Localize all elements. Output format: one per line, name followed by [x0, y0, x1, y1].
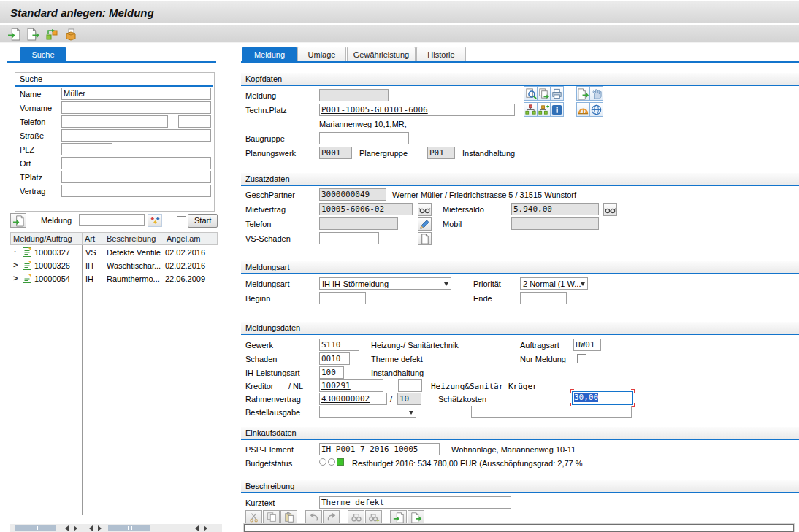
- find-icon[interactable]: [348, 510, 364, 524]
- technplatz-input[interactable]: P001-10005-GE0101-6006: [319, 104, 515, 116]
- gewerk-input[interactable]: S110: [319, 339, 359, 351]
- nurmeldung-checkbox[interactable]: [577, 354, 586, 363]
- scroll-right-arrow[interactable]: [96, 524, 105, 532]
- table-row-art[interactable]: IH: [85, 261, 93, 270]
- auftragsart-input[interactable]: HW01: [573, 339, 601, 351]
- kreditor-nl-input[interactable]: [398, 379, 422, 392]
- plz-input[interactable]: [61, 143, 112, 155]
- long-text-editor[interactable]: [244, 524, 794, 532]
- h-scrollbar-thumb[interactable]: [15, 525, 56, 531]
- beginn-input[interactable]: [319, 292, 366, 304]
- schaden-input[interactable]: 0010: [319, 352, 350, 365]
- schaetzkosten-value[interactable]: 30,00: [574, 393, 598, 402]
- column-header[interactable]: Angel.am: [164, 233, 217, 244]
- table-row-art[interactable]: IH: [85, 274, 93, 283]
- tab-meldung[interactable]: Meldung: [242, 47, 297, 62]
- kreditor-link[interactable]: 100291: [321, 381, 351, 390]
- telefon2-input[interactable]: [178, 115, 211, 128]
- table-row-id[interactable]: 10000326: [34, 261, 70, 270]
- blank-doc-icon[interactable]: [418, 232, 432, 245]
- table-row-id[interactable]: 10000327: [34, 248, 70, 257]
- vorname-input[interactable]: [61, 101, 211, 114]
- tplatz-input[interactable]: [61, 171, 211, 183]
- vertrag-input[interactable]: [61, 185, 211, 197]
- undo-icon[interactable]: [305, 510, 322, 524]
- strasse-input[interactable]: [61, 129, 211, 142]
- doc-import-icon[interactable]: [390, 510, 407, 524]
- vsschaden-input[interactable]: [319, 232, 379, 244]
- table-row-beschreibung[interactable]: Waschtischar...: [107, 261, 161, 270]
- doc-export-icon[interactable]: [576, 86, 590, 101]
- psp-input[interactable]: IH-P001-7-2016-10005: [319, 443, 440, 455]
- scroll-left-arrow[interactable]: [61, 524, 71, 532]
- find-next-icon[interactable]: [365, 510, 382, 524]
- technplatz-link[interactable]: P001-10005-GE0101-6006: [321, 105, 428, 115]
- bestellausgabe-text-input[interactable]: [471, 406, 632, 418]
- tree-expander[interactable]: ·: [14, 247, 17, 256]
- rahmenvertrag-label: Rahmenvertrag: [245, 395, 301, 404]
- prioritaet-select[interactable]: 2 Normal (1 W...: [520, 277, 588, 290]
- paste-icon[interactable]: [280, 510, 297, 524]
- tree-expander[interactable]: >: [13, 261, 18, 269]
- tab-suche[interactable]: Suche: [20, 47, 66, 62]
- name-input[interactable]: Müller: [61, 88, 211, 100]
- rahmenvertrag-link[interactable]: 4300000002: [321, 394, 370, 404]
- redo-icon[interactable]: [323, 510, 340, 524]
- baugruppe-input[interactable]: [319, 132, 409, 144]
- meldung-search-input[interactable]: [79, 214, 145, 226]
- table-row-date[interactable]: 02.02.2016: [165, 261, 205, 270]
- scroll-left-arrow[interactable]: [191, 524, 201, 532]
- hand-icon[interactable]: [589, 86, 603, 101]
- swap-icon[interactable]: [44, 26, 60, 42]
- glasses-icon[interactable]: [418, 203, 432, 216]
- ort-input[interactable]: [61, 157, 211, 169]
- tab-gewaehrleistung[interactable]: Gewährleistung: [347, 47, 416, 62]
- doc-import-icon[interactable]: [10, 213, 26, 228]
- table-row-beschreibung[interactable]: Raumthermo...: [107, 274, 160, 283]
- ihleistungsart-input[interactable]: 100: [319, 366, 344, 379]
- pencil-icon[interactable]: [418, 217, 432, 231]
- telefon-input[interactable]: [61, 115, 168, 128]
- tab-historie[interactable]: Historie: [416, 47, 466, 62]
- cut-icon[interactable]: [245, 510, 262, 524]
- glasses-icon[interactable]: [603, 203, 617, 216]
- info-icon[interactable]: [550, 102, 564, 117]
- scroll-right-arrow[interactable]: [202, 524, 211, 532]
- package-icon[interactable]: [63, 26, 79, 42]
- bestellausgabe-select[interactable]: [319, 406, 416, 418]
- diamonds-icon[interactable]: [148, 214, 162, 227]
- schaetzkosten-field[interactable]: 30,00: [572, 391, 633, 405]
- table-row-art[interactable]: VS: [85, 248, 96, 257]
- start-button[interactable]: Start: [188, 214, 218, 228]
- rahmenvertrag-input[interactable]: 4300000002: [319, 393, 387, 405]
- ende-input[interactable]: [520, 292, 567, 304]
- table-row-date[interactable]: 02.02.2016: [165, 248, 205, 257]
- column-header[interactable]: Beschreibung: [104, 233, 164, 244]
- scroll-left-arrow[interactable]: [85, 524, 95, 532]
- copy-icon[interactable]: [263, 510, 280, 524]
- kurztext-input[interactable]: Therme defekt: [319, 496, 511, 509]
- page-title: Standard anlegen: Meldung: [10, 7, 154, 19]
- abacus-icon[interactable]: [576, 102, 590, 117]
- globe-icon[interactable]: [589, 102, 603, 117]
- printer-icon[interactable]: [550, 86, 564, 101]
- scroll-right-arrow[interactable]: [72, 524, 81, 532]
- column-header[interactable]: Art: [83, 233, 104, 244]
- doc-export-icon[interactable]: [25, 26, 41, 42]
- org-chart-plus-icon[interactable]: [537, 102, 551, 117]
- table-row-beschreibung[interactable]: Defekte Ventile: [107, 248, 161, 257]
- table-row-id[interactable]: 10000054: [34, 274, 70, 283]
- meldungsart-select[interactable]: IH IH-Störmeldung: [319, 277, 451, 290]
- magnifier-doc-icon[interactable]: [524, 86, 538, 101]
- start-checkbox[interactable]: [177, 216, 186, 225]
- tree-expander[interactable]: >: [13, 274, 18, 282]
- h-scrollbar-thumb[interactable]: [108, 525, 150, 531]
- column-header[interactable]: Meldung/Auftrag: [11, 233, 83, 244]
- kreditor-input[interactable]: 100291: [319, 379, 383, 392]
- table-row-date[interactable]: 22.06.2009: [165, 274, 205, 283]
- org-chart-icon[interactable]: [524, 102, 538, 117]
- tab-umlage[interactable]: Umlage: [297, 47, 346, 62]
- copy-doc-icon[interactable]: [537, 86, 551, 101]
- doc-export-icon[interactable]: [408, 510, 424, 524]
- doc-import-icon[interactable]: [6, 26, 22, 42]
